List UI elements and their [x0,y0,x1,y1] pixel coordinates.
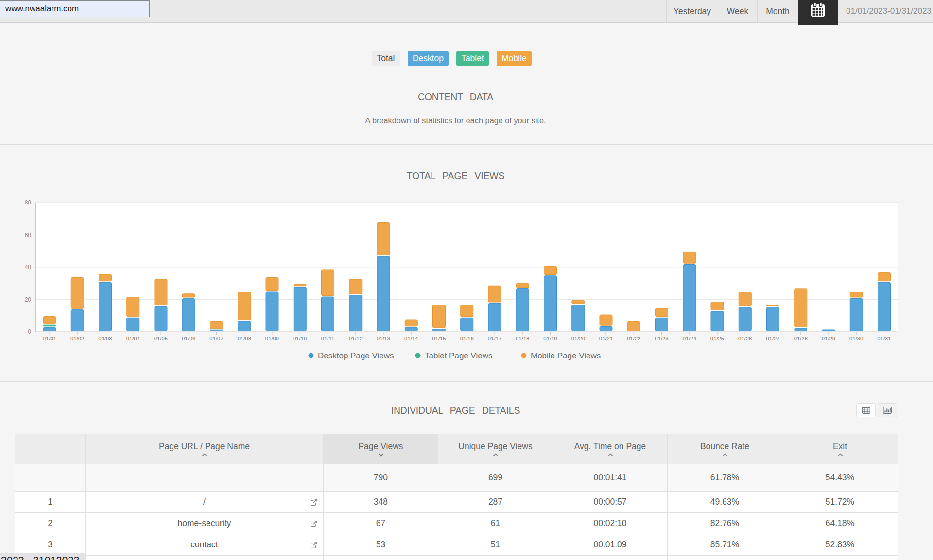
svg-text:01/07: 01/07 [209,336,223,341]
svg-text:Desktop Page Views: Desktop Page Views [318,351,394,360]
svg-text:01/30: 01/30 [849,336,863,341]
svg-text:01/22: 01/22 [627,336,640,341]
svg-text:01/17: 01/17 [488,336,501,341]
svg-text:01/27: 01/27 [766,336,779,341]
svg-text:01/04: 01/04 [126,336,140,341]
svg-text:01/12: 01/12 [349,336,363,341]
svg-text:01/26: 01/26 [738,336,752,341]
svg-text:01/28: 01/28 [794,336,808,341]
svg-text:01/03: 01/03 [98,336,112,341]
svg-text:40: 40 [25,264,32,271]
svg-text:01/08: 01/08 [238,336,251,341]
svg-text:Mobile Page Views: Mobile Page Views [531,351,601,360]
svg-text:80: 80 [25,199,32,206]
svg-text:01/25: 01/25 [710,336,724,341]
svg-text:20: 20 [25,296,32,303]
svg-text:60: 60 [25,232,32,238]
svg-text:01/15: 01/15 [432,336,446,341]
svg-text:01/23: 01/23 [655,336,668,341]
svg-text:01/16: 01/16 [460,336,474,341]
svg-text:01/13: 01/13 [377,336,390,341]
svg-text:01/05: 01/05 [154,336,168,341]
svg-text:01/11: 01/11 [321,336,334,341]
svg-text:0: 0 [28,328,31,335]
svg-text:01/21: 01/21 [599,336,613,341]
svg-text:01/29: 01/29 [822,336,835,341]
svg-text:01/09: 01/09 [265,336,279,341]
svg-text:01/10: 01/10 [293,336,307,341]
svg-text:01/01: 01/01 [43,336,56,341]
svg-text:01/31: 01/31 [877,336,891,341]
svg-text:Tablet Page Views: Tablet Page Views [425,351,493,360]
svg-text:01/06: 01/06 [182,336,195,341]
svg-text:01/24: 01/24 [683,336,696,341]
svg-text:01/02: 01/02 [70,336,84,341]
svg-text:01/19: 01/19 [543,336,557,341]
svg-text:01/20: 01/20 [571,336,585,341]
svg-text:01/18: 01/18 [516,336,529,341]
svg-text:01/14: 01/14 [404,336,418,341]
